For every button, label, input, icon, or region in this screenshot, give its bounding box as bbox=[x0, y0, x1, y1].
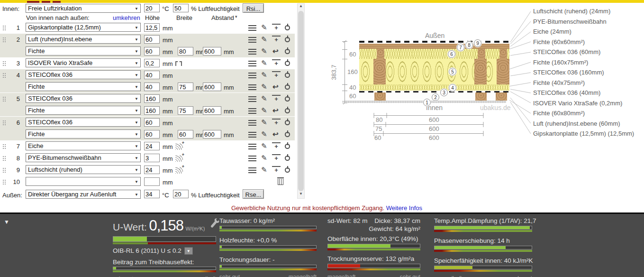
menu-icon[interactable] bbox=[248, 120, 256, 126]
drag-handle[interactable] bbox=[2, 167, 7, 173]
material-select[interactable]: Eiche▼ bbox=[26, 141, 141, 150]
scrollbar-thumb[interactable] bbox=[298, 11, 304, 191]
spacing-input[interactable] bbox=[203, 83, 221, 91]
thickness-input[interactable] bbox=[144, 154, 160, 162]
edit-icon[interactable]: ✎ bbox=[261, 23, 267, 32]
edit-icon[interactable]: ✎ bbox=[261, 154, 267, 162]
menu-icon[interactable] bbox=[248, 84, 256, 90]
material-select[interactable]: Luft (ruhend)Inst.ebene▼ bbox=[26, 35, 141, 44]
edit-icon[interactable]: ✎ bbox=[261, 71, 267, 79]
insert-layer-icon[interactable]: + bbox=[272, 166, 281, 173]
col-spacing-label[interactable]: Abstand bbox=[211, 14, 234, 21]
form-scrollbar[interactable]: ▲ ▼ bbox=[297, 3, 305, 199]
material-select[interactable]: ISOVER Vario XtraSafe▼ bbox=[26, 58, 141, 67]
menu-icon[interactable] bbox=[248, 108, 256, 114]
scroll-down-icon[interactable]: ▼ bbox=[298, 192, 304, 198]
menu-icon[interactable] bbox=[248, 25, 256, 31]
insert-layer-icon[interactable]: + bbox=[272, 36, 281, 43]
wood-grain-add-icon[interactable] bbox=[175, 155, 183, 162]
edit-icon[interactable]: ✎ bbox=[261, 94, 267, 103]
inside-temperature-input[interactable] bbox=[144, 4, 160, 12]
menu-icon[interactable] bbox=[248, 132, 256, 138]
thickness-input[interactable] bbox=[144, 94, 160, 103]
inside-humidity-input[interactable] bbox=[173, 4, 189, 12]
power-icon[interactable] bbox=[285, 73, 290, 78]
thickness-input[interactable] bbox=[144, 47, 160, 55]
power-icon[interactable] bbox=[285, 96, 290, 102]
menu-icon[interactable] bbox=[248, 37, 256, 43]
menu-icon[interactable] bbox=[248, 96, 256, 102]
outside-temperature-input[interactable] bbox=[144, 190, 160, 198]
power-icon[interactable] bbox=[285, 167, 290, 173]
drag-handle[interactable] bbox=[2, 156, 7, 161]
width-input[interactable] bbox=[178, 130, 193, 138]
wood-grain-add-icon[interactable] bbox=[175, 143, 183, 150]
thickness-input[interactable] bbox=[144, 35, 160, 44]
invert-link[interactable]: umkehren bbox=[113, 14, 140, 21]
width-input[interactable] bbox=[178, 106, 193, 115]
drag-handle[interactable] bbox=[2, 179, 7, 185]
thickness-input[interactable] bbox=[144, 177, 160, 186]
swap-direction-icon[interactable]: ↩ bbox=[272, 106, 279, 115]
inside-climate-select[interactable]: Freie Luftzirkulation ▼ bbox=[26, 4, 141, 13]
edit-icon[interactable]: ✎ bbox=[261, 83, 267, 91]
norm-dropdown-button[interactable]: ▼ bbox=[184, 247, 193, 255]
drag-handle[interactable] bbox=[2, 144, 7, 149]
material-select[interactable]: Gipskartonplatte (12,5mm)▼ bbox=[26, 23, 141, 32]
power-icon[interactable] bbox=[285, 156, 290, 161]
power-icon[interactable] bbox=[285, 61, 290, 66]
width-input[interactable] bbox=[178, 83, 193, 91]
power-icon[interactable] bbox=[285, 84, 290, 90]
insert-layer-icon[interactable]: + bbox=[272, 154, 281, 161]
rse-button[interactable]: Rse... bbox=[243, 189, 264, 199]
thickness-input[interactable] bbox=[144, 59, 160, 67]
thickness-input[interactable] bbox=[144, 118, 160, 127]
drag-handle[interactable] bbox=[2, 61, 7, 66]
rsi-button[interactable]: Rsi... bbox=[243, 3, 264, 13]
insert-layer-icon[interactable]: + bbox=[272, 119, 281, 126]
spacing-input[interactable] bbox=[203, 106, 221, 115]
thickness-input[interactable] bbox=[144, 142, 160, 150]
menu-icon[interactable] bbox=[248, 156, 256, 161]
trash-icon[interactable] bbox=[278, 179, 283, 185]
drag-handle[interactable] bbox=[2, 120, 7, 126]
edit-icon[interactable]: ✎ bbox=[261, 59, 267, 67]
spacing-input[interactable] bbox=[203, 47, 221, 55]
edit-icon[interactable]: ✎ bbox=[261, 130, 267, 138]
material-select[interactable]: Fichte▼ bbox=[26, 106, 141, 115]
thickness-input[interactable] bbox=[144, 83, 160, 91]
power-icon[interactable] bbox=[285, 49, 290, 54]
swap-direction-icon[interactable]: ↩ bbox=[272, 130, 279, 138]
swap-direction-icon[interactable]: ↩ bbox=[272, 47, 279, 55]
edit-icon[interactable]: ✎ bbox=[261, 35, 267, 44]
edit-icon[interactable]: ✎ bbox=[261, 106, 267, 115]
outside-humidity-input[interactable] bbox=[173, 190, 189, 198]
material-select[interactable]: STEICOflex 036▼ bbox=[26, 70, 141, 79]
edit-icon[interactable]: ✎ bbox=[261, 118, 267, 127]
power-icon[interactable] bbox=[285, 132, 290, 137]
menu-icon[interactable] bbox=[248, 167, 256, 173]
menu-icon[interactable] bbox=[248, 61, 256, 66]
material-select[interactable]: Fichte▼ bbox=[26, 129, 141, 138]
scroll-up-icon[interactable]: ▲ bbox=[298, 4, 304, 10]
material-select[interactable]: Fichte▼ bbox=[26, 46, 141, 55]
thickness-input[interactable] bbox=[144, 23, 160, 32]
power-icon[interactable] bbox=[285, 108, 290, 113]
power-icon[interactable] bbox=[285, 37, 290, 42]
menu-icon[interactable] bbox=[248, 73, 256, 78]
drag-handle[interactable] bbox=[2, 96, 7, 102]
power-icon[interactable] bbox=[285, 144, 290, 149]
insert-layer-icon[interactable]: + bbox=[272, 142, 281, 149]
drag-handle[interactable] bbox=[2, 73, 7, 78]
thickness-input[interactable] bbox=[144, 166, 160, 174]
power-icon[interactable] bbox=[285, 25, 290, 30]
edit-icon[interactable]: ✎ bbox=[261, 166, 267, 174]
drag-handle[interactable] bbox=[2, 37, 7, 43]
swap-direction-icon[interactable]: ↩ bbox=[272, 83, 279, 91]
weitere-infos-link[interactable]: Weitere Infos bbox=[386, 204, 422, 212]
spacing-input[interactable] bbox=[203, 130, 221, 138]
thickness-input[interactable] bbox=[144, 130, 160, 138]
edit-icon[interactable]: ✎ bbox=[261, 47, 267, 55]
material-select[interactable]: Luftschicht (ruhend)▼ bbox=[26, 165, 141, 174]
sort-arrow-icon[interactable]: ▾ bbox=[235, 14, 237, 19]
